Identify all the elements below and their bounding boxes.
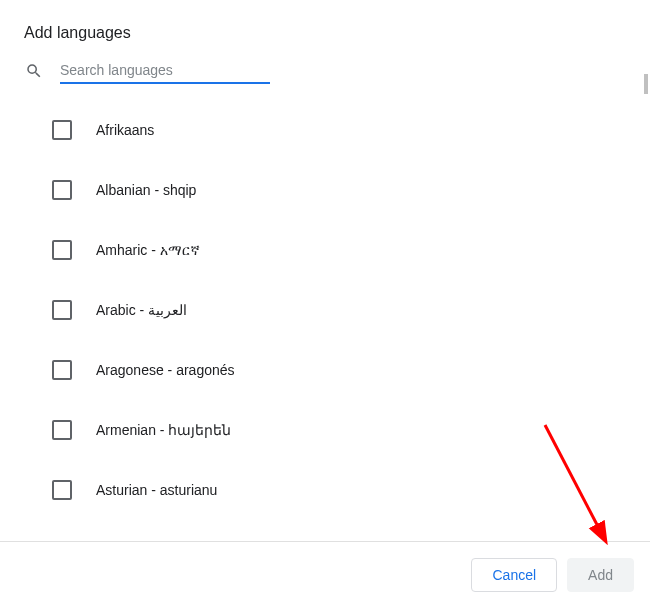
search-input[interactable]: [60, 58, 270, 84]
language-label: Aragonese - aragonés: [96, 362, 235, 378]
list-item[interactable]: Amharic - አማርኛ: [24, 220, 626, 280]
list-item[interactable]: Asturian - asturianu: [24, 460, 626, 520]
checkbox[interactable]: [52, 300, 72, 320]
language-label: Asturian - asturianu: [96, 482, 217, 498]
list-item[interactable]: Arabic - العربية: [24, 280, 626, 340]
checkbox[interactable]: [52, 480, 72, 500]
dialog-title: Add languages: [0, 0, 650, 58]
cancel-button[interactable]: Cancel: [471, 558, 557, 592]
language-label: Albanian - shqip: [96, 182, 196, 198]
list-item[interactable]: Afrikaans: [24, 100, 626, 160]
checkbox[interactable]: [52, 120, 72, 140]
list-item[interactable]: Albanian - shqip: [24, 160, 626, 220]
scrollbar[interactable]: [644, 74, 648, 94]
checkbox[interactable]: [52, 360, 72, 380]
list-item[interactable]: Armenian - հայերեն: [24, 400, 626, 460]
dialog-footer: Cancel Add: [0, 541, 650, 608]
checkbox[interactable]: [52, 420, 72, 440]
language-list: Afrikaans Albanian - shqip Amharic - አማር…: [0, 92, 650, 520]
checkbox[interactable]: [52, 240, 72, 260]
language-label: Afrikaans: [96, 122, 154, 138]
language-label: Amharic - አማርኛ: [96, 242, 200, 259]
language-label: Armenian - հայերեն: [96, 422, 231, 438]
search-row: [0, 58, 650, 92]
checkbox[interactable]: [52, 180, 72, 200]
language-label: Arabic - العربية: [96, 302, 187, 318]
add-button[interactable]: Add: [567, 558, 634, 592]
search-icon: [24, 62, 44, 80]
list-item[interactable]: Aragonese - aragonés: [24, 340, 626, 400]
